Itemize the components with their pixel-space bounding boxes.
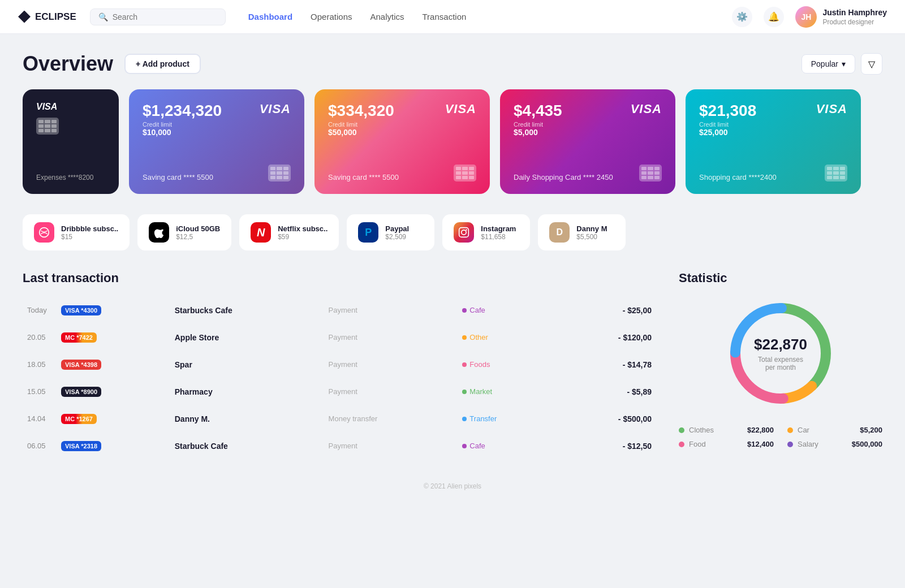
notifications-button[interactable]: 🔔 <box>764 7 784 27</box>
tx-category[interactable]: Market <box>462 387 553 396</box>
logo-icon <box>18 11 31 23</box>
table-row: 20.05 MC *7422 Apple Store Payment Other… <box>23 324 656 351</box>
chevron-down-icon: ▾ <box>842 59 846 68</box>
tx-amount: - $500,00 <box>558 405 656 433</box>
card-amount-section: $4,435 Credit limit $5,000 <box>514 102 562 137</box>
dribbble-icon <box>34 222 54 243</box>
tx-category[interactable]: Cafe <box>462 442 553 450</box>
card-limit-value: $25,000 <box>699 128 756 137</box>
tx-merchant: Spar <box>175 360 192 369</box>
service-amount: $15 <box>61 233 118 241</box>
card-orange[interactable]: $334,320 Credit limit $50,000 VISA Savin… <box>314 89 490 194</box>
settings-button[interactable]: ⚙️ <box>732 7 752 27</box>
chip-icon <box>454 165 476 181</box>
card-bottom: Saving card **** 5500 <box>328 165 476 181</box>
service-instagram[interactable]: Instagram $11,658 <box>442 214 530 250</box>
service-info: Paypal $2,509 <box>385 224 409 241</box>
tx-category[interactable]: Foods <box>462 360 553 369</box>
legend-name: Car <box>798 426 809 434</box>
service-amount: $5,500 <box>576 233 607 241</box>
nav-operations[interactable]: Operations <box>311 12 352 21</box>
footer: © 2021 Alien pixels <box>23 471 882 501</box>
svg-rect-1 <box>459 228 469 237</box>
donut-container: $22,870 Total expenses per month Clothes… <box>679 297 882 448</box>
tx-merchant: Apple Store <box>175 333 219 342</box>
card-name: Saving card **** 5500 <box>328 173 399 181</box>
tx-type: Payment <box>324 297 458 324</box>
legend-value: $500,000 <box>852 440 882 448</box>
tx-type: Payment <box>324 351 458 378</box>
paypal-icon: P <box>358 222 378 243</box>
nav-dashboard[interactable]: Dashboard <box>248 12 292 21</box>
tx-type: Money transfer <box>324 405 458 433</box>
card-black[interactable]: VISA Expenses ****8200 <box>23 89 119 194</box>
legend-value: $12,400 <box>747 440 774 448</box>
legend-name: Clothes <box>689 426 714 434</box>
tx-merchant: Pharmacy <box>175 387 213 396</box>
legend-value: $22,800 <box>747 426 774 434</box>
card-bottom: Saving card **** 5500 <box>143 165 291 181</box>
service-info: Instagram $11,658 <box>481 224 516 241</box>
chip-icon <box>639 165 662 181</box>
tx-amount: - $25,00 <box>558 297 656 324</box>
card-name: Daily Shopping Card **** 2450 <box>514 173 613 181</box>
tx-category[interactable]: Cafe <box>462 306 553 314</box>
tx-merchant-cell: Danny M. <box>170 405 324 433</box>
app-logo: ECLIPSE <box>18 11 76 23</box>
card-badge: VISA *2318 <box>61 441 101 451</box>
service-name: Danny M <box>576 224 607 233</box>
service-dribbble[interactable]: Dribbble subsc.. $15 <box>23 214 130 250</box>
card-pink[interactable]: $4,435 Credit limit $5,000 VISA Daily Sh… <box>500 89 675 194</box>
category-dot <box>462 362 467 367</box>
legend-dot <box>679 427 684 433</box>
table-row: 14.04 MC *1267 Danny M. Money transfer T… <box>23 405 656 433</box>
tx-card: VISA *4398 <box>57 351 170 378</box>
service-danny[interactable]: D Danny M $5,500 <box>538 214 626 250</box>
card-purple[interactable]: $1,234,320 Credit limit $10,000 VISA Sav… <box>129 89 304 194</box>
service-icloud[interactable]: iCloud 50GB $12,5 <box>137 214 231 250</box>
tx-category-cell: Market <box>458 378 558 405</box>
service-name: Netflix subsc.. <box>278 224 327 233</box>
tx-date: 06.05 <box>23 433 57 460</box>
legend-dot <box>787 427 793 433</box>
card-teal[interactable]: $21,308 Credit limit $25,000 VISA Shoppi… <box>686 89 861 194</box>
tx-card: MC *7422 <box>57 324 170 351</box>
tx-category[interactable]: Transfer <box>462 414 553 423</box>
filter-area: Popular ▾ ▽ <box>801 53 882 75</box>
card-number: Expenses ****8200 <box>36 174 105 181</box>
cards-row: VISA Expenses ****8200 $1,234,320 Credit… <box>23 89 882 198</box>
card-top: $1,234,320 Credit limit $10,000 VISA <box>143 102 291 137</box>
tx-merchant: Danny M. <box>175 414 210 423</box>
tx-card: VISA *4300 <box>57 297 170 324</box>
card-amount: $334,320 <box>328 102 394 120</box>
user-details: Justin Hamphrey Product designer <box>822 7 887 25</box>
service-name: Instagram <box>481 224 516 233</box>
service-info: Netflix subsc.. $59 <box>278 224 327 241</box>
nav-links: Dashboard Operations Analytics Transacti… <box>248 12 732 21</box>
tx-merchant-cell: Pharmacy <box>170 378 324 405</box>
service-paypal[interactable]: P Paypal $2,509 <box>347 214 434 250</box>
search-box[interactable]: 🔍 <box>90 8 226 25</box>
card-chip <box>36 118 105 135</box>
user-profile[interactable]: JH Justin Hamphrey Product designer <box>795 6 887 28</box>
tx-category[interactable]: Other <box>462 333 553 341</box>
tx-card: MC *1267 <box>57 405 170 433</box>
tx-date: 15.05 <box>23 378 57 405</box>
tx-amount: - $120,00 <box>558 324 656 351</box>
card-badge: VISA *8900 <box>61 387 101 397</box>
card-amount: $1,234,320 <box>143 102 222 120</box>
tx-card: VISA *8900 <box>57 378 170 405</box>
legend-item: Food $12,400 <box>679 440 774 448</box>
add-product-button[interactable]: + Add product <box>124 54 201 74</box>
tx-amount: - $5,89 <box>558 378 656 405</box>
nav-transaction[interactable]: Transaction <box>423 12 467 21</box>
filter-icon-button[interactable]: ▽ <box>861 53 882 75</box>
tx-type: Payment <box>324 378 458 405</box>
popular-filter-button[interactable]: Popular ▾ <box>801 54 855 74</box>
search-input[interactable] <box>113 12 217 21</box>
tx-type: Payment <box>324 433 458 460</box>
logo-text: ECLIPSE <box>35 11 76 23</box>
service-netflix[interactable]: N Netflix subsc.. $59 <box>239 214 339 250</box>
nav-analytics[interactable]: Analytics <box>370 12 404 21</box>
legend-item: Salary $500,000 <box>787 440 882 448</box>
